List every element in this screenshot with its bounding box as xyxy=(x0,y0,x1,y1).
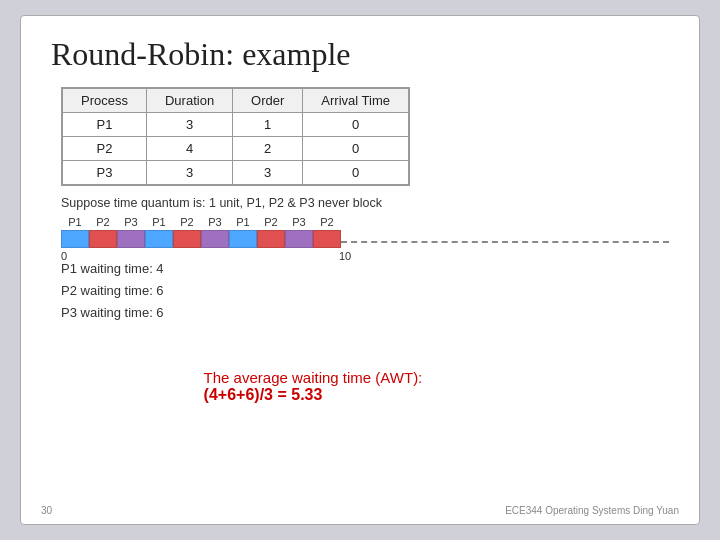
gantt-bar xyxy=(89,230,117,248)
awt-box: The average waiting time (AWT): (4+6+6)/… xyxy=(204,258,423,514)
table-cell: 4 xyxy=(146,137,232,161)
gantt-bar xyxy=(173,230,201,248)
gantt-bar xyxy=(145,230,173,248)
gantt-bar xyxy=(285,230,313,248)
footer: 30 ECE344 Operating Systems Ding Yuan xyxy=(21,505,699,516)
timeline-label: P3 xyxy=(201,216,229,228)
table-cell: 3 xyxy=(146,161,232,185)
col-header-arrival: Arrival Time xyxy=(303,89,409,113)
waiting-time-item: P1 waiting time: 4 xyxy=(61,258,164,280)
col-header-order: Order xyxy=(233,89,303,113)
timeline-label: P3 xyxy=(285,216,313,228)
timeline-label: P1 xyxy=(61,216,89,228)
timeline-label: P2 xyxy=(313,216,341,228)
col-header-process: Process xyxy=(63,89,147,113)
gantt-bar xyxy=(313,230,341,248)
gantt-chart-row xyxy=(61,230,669,248)
table-cell: 0 xyxy=(303,137,409,161)
timeline-label: P1 xyxy=(145,216,173,228)
timeline-labels-row: P1P2P3P1P2P3P1P2P3P2 xyxy=(61,216,669,228)
table-cell: 0 xyxy=(303,161,409,185)
table-cell: P3 xyxy=(63,161,147,185)
page-number: 30 xyxy=(41,505,52,516)
table-cell: P1 xyxy=(63,113,147,137)
gantt-bar xyxy=(229,230,257,248)
footer-credit: ECE344 Operating Systems Ding Yuan xyxy=(505,505,679,516)
bottom-area: P1 waiting time: 4P2 waiting time: 6P3 w… xyxy=(61,258,669,514)
table-cell: 3 xyxy=(233,161,303,185)
timeline-start: 0 xyxy=(61,250,67,262)
gantt-dashed-line xyxy=(341,241,669,245)
gantt-bar xyxy=(117,230,145,248)
timeline-label: P3 xyxy=(117,216,145,228)
waiting-time-item: P3 waiting time: 6 xyxy=(61,302,164,324)
process-table: Process Duration Order Arrival Time P131… xyxy=(62,88,409,185)
table-cell: 2 xyxy=(233,137,303,161)
slide: Round-Robin: example Process Duration Or… xyxy=(20,15,700,525)
timeline-label: P1 xyxy=(229,216,257,228)
table-cell: P2 xyxy=(63,137,147,161)
gantt-bar xyxy=(257,230,285,248)
col-header-duration: Duration xyxy=(146,89,232,113)
timeline-label: P2 xyxy=(173,216,201,228)
table-cell: 0 xyxy=(303,113,409,137)
timeline-end: 10 xyxy=(339,250,351,262)
awt-formula: (4+6+6)/3 = 5.33 xyxy=(204,386,423,404)
table-cell: 1 xyxy=(233,113,303,137)
timeline-label: P2 xyxy=(89,216,117,228)
waiting-times: P1 waiting time: 4P2 waiting time: 6P3 w… xyxy=(61,258,164,514)
waiting-time-item: P2 waiting time: 6 xyxy=(61,280,164,302)
timeline-label: P2 xyxy=(257,216,285,228)
process-table-container: Process Duration Order Arrival Time P131… xyxy=(61,87,410,186)
gantt-bar xyxy=(201,230,229,248)
gantt-bar xyxy=(61,230,89,248)
awt-title: The average waiting time (AWT): xyxy=(204,369,423,386)
slide-title: Round-Robin: example xyxy=(51,36,669,73)
suppose-text: Suppose time quantum is: 1 unit, P1, P2 … xyxy=(61,196,669,210)
table-cell: 3 xyxy=(146,113,232,137)
